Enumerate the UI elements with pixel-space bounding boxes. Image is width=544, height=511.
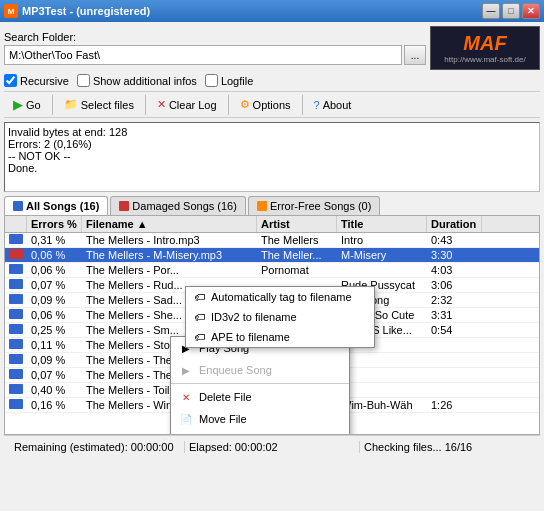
col-header-icon[interactable] bbox=[5, 216, 27, 232]
row-status-icon bbox=[9, 324, 23, 334]
table-row[interactable]: 0,06 % The Mellers - Por... Pornomat 4:0… bbox=[5, 263, 539, 278]
move-icon: 📄 bbox=[179, 412, 193, 426]
toolbar-separator-4 bbox=[302, 95, 303, 115]
rename-submenu: 🏷 Automatically tag to filename 🏷 ID3v2 … bbox=[185, 286, 375, 348]
log-line-3: -- NOT OK -- bbox=[8, 150, 536, 162]
ctx-enqueue-song: ▶ Enqueue Song bbox=[171, 359, 349, 381]
logo-text: MAF bbox=[463, 32, 506, 55]
folder-icon: 📁 bbox=[179, 434, 193, 435]
toolbar-separator-1 bbox=[52, 95, 53, 115]
toolbar-separator-3 bbox=[228, 95, 229, 115]
maximize-button[interactable]: □ bbox=[502, 3, 520, 19]
row-status-icon bbox=[9, 354, 23, 364]
status-checking: Checking files... 16/16 bbox=[360, 441, 534, 453]
status-elapsed: Elapsed: 00:00:02 bbox=[185, 441, 360, 453]
toolbar-separator-2 bbox=[145, 95, 146, 115]
row-status-icon bbox=[9, 234, 23, 244]
titlebar-buttons: — □ ✕ bbox=[482, 3, 540, 19]
submenu-id3v2[interactable]: 🏷 ID3v2 to filename bbox=[186, 307, 374, 327]
submenu-ape[interactable]: 🏷 APE to filename bbox=[186, 327, 374, 347]
ctx-delete-file[interactable]: ✕ Delete File bbox=[171, 386, 349, 408]
table-header: Errors % Filename ▲ Artist Title Duratio… bbox=[5, 216, 539, 233]
row-status-icon bbox=[9, 294, 23, 304]
col-header-duration[interactable]: Duration bbox=[427, 216, 482, 232]
tab-error-free-songs-icon bbox=[257, 201, 267, 211]
row-status-icon bbox=[9, 264, 23, 274]
row-status-icon bbox=[9, 279, 23, 289]
titlebar-left: M MP3Test - (unregistered) bbox=[4, 4, 150, 18]
tab-bar: All Songs (16) Damaged Songs (16) Error-… bbox=[4, 196, 540, 215]
ctx-go-to-folder[interactable]: 📁 Go to Folder bbox=[171, 430, 349, 435]
ctx-separator-1 bbox=[171, 383, 349, 384]
delete-icon: ✕ bbox=[179, 390, 193, 404]
tab-damaged-songs-icon bbox=[119, 201, 129, 211]
tab-damaged-songs[interactable]: Damaged Songs (16) bbox=[110, 196, 246, 215]
row-status-icon bbox=[9, 369, 23, 379]
log-area: Invalid bytes at end: 128 Errors: 2 (0,1… bbox=[4, 122, 540, 192]
log-line-2: Errors: 2 (0,16%) bbox=[8, 138, 536, 150]
search-row: Search Folder: ... MAF http://www.maf-so… bbox=[4, 26, 540, 70]
tab-all-songs[interactable]: All Songs (16) bbox=[4, 196, 108, 215]
additional-infos-checkbox[interactable]: Show additional infos bbox=[77, 74, 197, 87]
options-button[interactable]: ⚙ Options bbox=[233, 95, 298, 114]
ctx-move-file[interactable]: 📄 Move File bbox=[171, 408, 349, 430]
col-header-title[interactable]: Title bbox=[337, 216, 427, 232]
go-button[interactable]: ▶ Go bbox=[6, 94, 48, 115]
clear-log-icon: ✕ bbox=[157, 98, 166, 111]
clear-log-button[interactable]: ✕ Clear Log bbox=[150, 95, 224, 114]
col-header-filename[interactable]: Filename ▲ bbox=[82, 216, 257, 232]
logo-area: MAF http://www.maf-soft.de/ bbox=[430, 26, 540, 70]
submenu-auto-tag[interactable]: 🏷 Automatically tag to filename bbox=[186, 287, 374, 307]
col-header-errors[interactable]: Errors % bbox=[27, 216, 82, 232]
songs-table: Errors % Filename ▲ Artist Title Duratio… bbox=[4, 215, 540, 435]
row-status-icon bbox=[9, 399, 23, 409]
options-row: Recursive Show additional infos Logfile bbox=[4, 74, 540, 87]
tag-icon: 🏷 bbox=[194, 291, 205, 303]
row-status-icon bbox=[9, 384, 23, 394]
search-label: Search Folder: bbox=[4, 31, 76, 43]
col-header-artist[interactable]: Artist bbox=[257, 216, 337, 232]
about-icon: ? bbox=[314, 99, 320, 111]
log-line-1: Invalid bytes at end: 128 bbox=[8, 126, 536, 138]
enqueue-icon: ▶ bbox=[179, 363, 193, 377]
toolbar: ▶ Go 📁 Select files ✕ Clear Log ⚙ Option… bbox=[4, 91, 540, 118]
main-area: Search Folder: ... MAF http://www.maf-so… bbox=[0, 22, 544, 461]
select-files-button[interactable]: 📁 Select files bbox=[57, 95, 141, 114]
id3-icon: 🏷 bbox=[194, 311, 205, 323]
app-icon: M bbox=[4, 4, 18, 18]
statusbar: Remaining (estimated): 00:00:00 Elapsed:… bbox=[4, 435, 540, 457]
close-button[interactable]: ✕ bbox=[522, 3, 540, 19]
table-row[interactable]: 0,06 % The Mellers - M-Misery.mp3 The Me… bbox=[5, 248, 539, 263]
options-icon: ⚙ bbox=[240, 98, 250, 111]
search-input[interactable] bbox=[4, 45, 402, 65]
row-status-icon bbox=[9, 309, 23, 319]
logo-url: http://www.maf-soft.de/ bbox=[444, 55, 525, 64]
minimize-button[interactable]: — bbox=[482, 3, 500, 19]
window-title: MP3Test - (unregistered) bbox=[22, 5, 150, 17]
app-window: M MP3Test - (unregistered) — □ ✕ Search … bbox=[0, 0, 544, 461]
ape-icon: 🏷 bbox=[194, 331, 205, 343]
logfile-checkbox[interactable]: Logfile bbox=[205, 74, 253, 87]
titlebar: M MP3Test - (unregistered) — □ ✕ bbox=[0, 0, 544, 22]
context-menu: ▶ Play Song ▶ Enqueue Song ✕ Delete File… bbox=[170, 336, 350, 435]
browse-button[interactable]: ... bbox=[404, 45, 426, 65]
log-line-4: Done. bbox=[8, 162, 536, 174]
tab-all-songs-icon bbox=[13, 201, 23, 211]
row-status-icon bbox=[9, 249, 23, 259]
tab-error-free-songs[interactable]: Error-Free Songs (0) bbox=[248, 196, 380, 215]
select-files-icon: 📁 bbox=[64, 98, 78, 111]
go-icon: ▶ bbox=[13, 97, 23, 112]
row-status-icon bbox=[9, 339, 23, 349]
about-button[interactable]: ? About bbox=[307, 96, 359, 114]
status-remaining: Remaining (estimated): 00:00:00 bbox=[10, 441, 185, 453]
recursive-checkbox[interactable]: Recursive bbox=[4, 74, 69, 87]
table-row[interactable]: 0,31 % The Mellers - Intro.mp3 The Melle… bbox=[5, 233, 539, 248]
